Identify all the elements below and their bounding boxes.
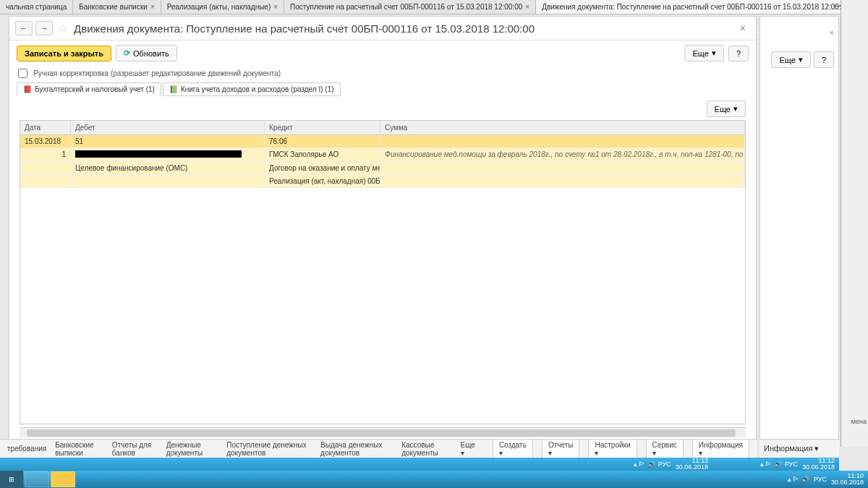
nav-link[interactable]: Денежные документы	[166, 441, 218, 457]
more-label: Еще	[461, 441, 475, 449]
nav-link[interactable]: требования	[7, 445, 46, 453]
side-panel: × Еще ▾ ?	[760, 16, 839, 445]
tab-realization[interactable]: Реализация (акты, накладные)×	[161, 0, 284, 14]
cell-credit: 76.06	[265, 135, 380, 148]
help-button[interactable]: ?	[728, 46, 749, 61]
col-debit[interactable]: Дебет	[71, 121, 265, 134]
create-button[interactable]: Создать ▾	[493, 439, 533, 459]
btn-label: Создать	[499, 441, 527, 449]
reports-button[interactable]: Отчеты ▾	[542, 439, 580, 459]
btn-label: Информация	[764, 444, 812, 453]
cell-date: 15.03.2018	[20, 135, 71, 148]
cell-debit	[71, 148, 265, 162]
btn-label: Настройки	[595, 441, 630, 449]
table-row[interactable]: 15.03.2018 51 76.06	[20, 135, 745, 148]
info-button[interactable]: Информация ▾	[692, 439, 749, 459]
cell-credit: ГМСК Заполярье АО	[265, 148, 380, 162]
forward-button[interactable]: →	[35, 21, 53, 35]
side-close-icon[interactable]: ×	[830, 28, 834, 37]
main-frame: ← → ☆ Движения документа: Поступление на…	[9, 16, 757, 445]
more-button[interactable]: Еще ▾	[684, 45, 723, 61]
table-row[interactable]: Реализация (акт, накладная) 00БП-0000...	[20, 175, 745, 188]
tray-icons[interactable]: ▴ 🏳 🔊 РУС	[634, 461, 671, 468]
lang-indicator[interactable]: РУС	[814, 476, 827, 483]
nav-link[interactable]: Банковские выписки	[55, 441, 103, 457]
manual-correction-label: Ручная корректировка (разрешает редактир…	[33, 69, 281, 77]
taskbar-app[interactable]	[25, 471, 49, 487]
refresh-button[interactable]: ⟳Обновить	[116, 45, 177, 61]
service-button[interactable]: Сервис ▾	[646, 439, 684, 459]
tab-movements[interactable]: Движения документа: Поступление на расче…	[536, 0, 863, 14]
outer-taskbar: ⊞ ▴ 🏳 🔊 РУС 11:1030.06.2018	[0, 471, 868, 488]
btn-label: Сервис	[652, 441, 677, 449]
subtab-income-book[interactable]: 📗Книга учета доходов и расходов (раздел …	[163, 82, 341, 96]
save-close-button[interactable]: Записать и закрыть	[17, 46, 111, 61]
app-tabs-bar: чальная страница Банковские выписки× Реа…	[0, 0, 868, 14]
date-text: 30.06.2018	[676, 464, 708, 471]
inner-taskbar: ▴ 🏳 🔊 РУС 11:1330.06.2018 ▴ 🏳 🔊 РУС 11:1…	[0, 458, 839, 471]
date-text: 30.06.2018	[831, 479, 864, 486]
outer-side-strip: мена	[841, 0, 868, 447]
manual-correction-checkbox[interactable]	[18, 69, 27, 78]
nav-link[interactable]: Кассовые документы	[401, 441, 451, 457]
close-icon[interactable]: ×	[273, 3, 278, 11]
lang-indicator[interactable]: РУС	[658, 461, 671, 468]
panel-close-icon[interactable]: ×	[736, 22, 750, 34]
tray-icons-3[interactable]: ▴ 🏳 🔊	[788, 476, 809, 483]
redacted-text	[75, 150, 242, 158]
subtab-accounting[interactable]: 📕Бухгалтерский и налоговый учет (1)	[17, 82, 161, 96]
back-button[interactable]: ←	[15, 21, 33, 35]
manual-correction-row: Ручная корректировка (разрешает редактир…	[9, 66, 756, 81]
star-icon[interactable]: ☆	[59, 22, 68, 34]
horizontal-scrollbar[interactable]	[20, 427, 746, 437]
start-button[interactable]: ⊞	[0, 471, 23, 488]
nav-more[interactable]: Еще ▾	[461, 441, 475, 457]
toolbar: Записать и закрыть ⟳Обновить Еще ▾ ?	[9, 40, 756, 66]
more-label: Еще	[779, 56, 795, 64]
side-more-button[interactable]: Еще ▾	[771, 51, 810, 68]
more-label: Еще	[715, 105, 731, 114]
side-info-button[interactable]: Информация ▾	[764, 444, 819, 453]
book-icon: 📗	[169, 85, 178, 93]
tab-bank[interactable]: Банковские выписки×	[73, 0, 161, 14]
tab-label: чальная страница	[6, 3, 67, 11]
nav-link[interactable]: Отчеты для банков	[112, 441, 158, 457]
nav-link[interactable]: Выдача денежных документов	[320, 441, 393, 457]
settings-button[interactable]: Настройки ▾	[588, 439, 637, 459]
tray-clock[interactable]: 11:1330.06.2018	[676, 458, 708, 471]
page-title: Движения документа: Поступление на расче…	[74, 22, 733, 35]
cell-empty	[380, 162, 745, 175]
grid-more-button[interactable]: Еще ▾	[707, 100, 746, 117]
refresh-label: Обновить	[133, 49, 169, 58]
cell-credit: Реализация (акт, накладная) 00БП-0000...	[265, 175, 380, 188]
cell-debit: 51	[71, 135, 265, 148]
cell-num: 1	[20, 148, 71, 162]
nav-link[interactable]: Поступление денежных документов	[226, 441, 312, 457]
grid-toolbar: Еще ▾	[9, 98, 756, 120]
col-sum[interactable]: Сумма	[380, 121, 745, 134]
side-bottom-nav: Информация ▾	[760, 439, 839, 458]
lang-indicator[interactable]: РУС	[785, 461, 798, 468]
close-icon[interactable]: ×	[525, 3, 529, 11]
cell-sum: Финансирование мед.помощи за февраль 201…	[380, 148, 745, 162]
ledger-icon: 📕	[23, 85, 32, 93]
tab-label: Движения документа: Поступление на расче…	[542, 3, 849, 11]
btn-label: Информация	[699, 441, 743, 449]
side-help-button[interactable]: ?	[814, 51, 834, 68]
refresh-icon: ⟳	[124, 48, 130, 58]
table-row[interactable]: Целевое финансирование (ОМС) Договор на …	[20, 162, 745, 175]
col-credit[interactable]: Кредит	[265, 121, 380, 134]
tab-receipt[interactable]: Поступление на расчетный счет 00БП-00011…	[284, 0, 536, 14]
tray-icons-2[interactable]: ▴ 🏳 🔊 РУС	[760, 461, 798, 468]
movements-grid: Дата Дебет Кредит Сумма 15.03.2018 51 76…	[20, 120, 746, 424]
grid-body: 15.03.2018 51 76.06 1 ГМСК Заполярье АО …	[20, 135, 745, 424]
tray-clock-3[interactable]: 11:1030.06.2018	[831, 473, 864, 486]
close-icon[interactable]: ×	[150, 3, 155, 11]
table-row[interactable]: 1 ГМСК Заполярье АО Финансирование мед.п…	[20, 148, 745, 162]
tray-clock-2[interactable]: 11:1230.06.2018	[802, 458, 835, 471]
taskbar-app[interactable]	[51, 471, 75, 487]
tab-home[interactable]: чальная страница	[0, 0, 73, 14]
col-date[interactable]: Дата	[20, 121, 71, 134]
cell-empty	[71, 175, 265, 188]
scrollbar-thumb[interactable]	[27, 429, 736, 437]
